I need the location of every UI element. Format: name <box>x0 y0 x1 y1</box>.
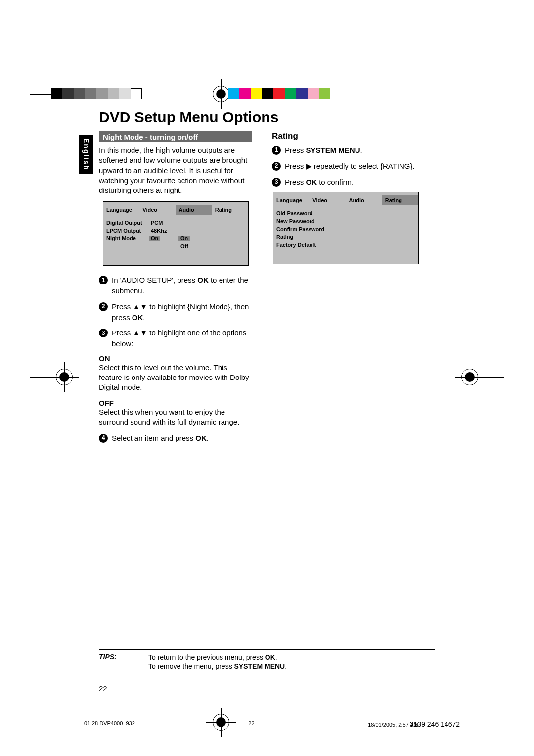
step-bold: OK <box>197 276 209 284</box>
menu-item-label: Digital Output <box>106 220 151 226</box>
right-steps: 1 Press SYSTEM MENU. 2 Press ▶ repeatedl… <box>272 145 430 187</box>
step-bold: OK <box>195 434 207 442</box>
step-text: to confirm. <box>317 178 354 186</box>
step-text: Select an item and press <box>112 434 195 442</box>
menu-item-label: LPCM Output <box>106 228 151 234</box>
step-item: 2 Press ▲▼ to highlight {Night Mode}, th… <box>99 301 252 323</box>
step-number-icon: 1 <box>272 146 281 155</box>
tips-text: To remove the menu, press <box>148 662 234 670</box>
step-text: In 'AUDIO SETUP', press <box>112 276 197 284</box>
page-number: 22 <box>99 684 107 693</box>
step-number-icon: 4 <box>99 434 108 443</box>
step-bold: OK <box>132 313 143 322</box>
menu-item-label: Night Mode <box>106 236 151 241</box>
menu-item-label: Confirm Password <box>276 226 324 232</box>
section-bar-night-mode: Night Mode - turning on/off <box>99 131 252 142</box>
rating-menu-screenshot: Language Video Audio Rating Old Password… <box>273 192 419 264</box>
left-steps: 1 In 'AUDIO SETUP', press OK to enter th… <box>99 275 252 349</box>
option-on-label: ON <box>99 354 252 363</box>
step-bold: OK <box>306 178 317 186</box>
step-item: 2 Press ▶ repeatedly to select {RATING}. <box>272 161 430 172</box>
menu-tab-highlighted: Audio <box>176 205 212 215</box>
step-bold: SYSTEM MENU <box>306 146 360 154</box>
tips-text: To return to the previous menu, press <box>148 653 265 661</box>
tips-label: TIPS: <box>99 653 148 672</box>
menu-item-value: PCM <box>151 220 180 226</box>
step-text: Press ▲▼ to highlight one of the options… <box>112 329 246 348</box>
menu-option-highlighted: On <box>178 236 190 241</box>
menu-tab: Language <box>273 195 310 205</box>
step-number-icon: 2 <box>99 302 108 311</box>
tips-bold: OK <box>265 653 275 661</box>
step-text: Press ▶ repeatedly to select {RATING}. <box>285 162 415 170</box>
menu-tab: Video <box>139 205 176 215</box>
menu-tab: Video <box>310 195 346 205</box>
step-number-icon: 3 <box>272 178 281 187</box>
menu-option: Off <box>180 243 210 249</box>
footer-file: 01-28 DVP4000_932 <box>84 720 135 728</box>
registration-mark-icon <box>461 369 478 385</box>
step-item: 4 Select an item and press OK. <box>99 433 252 444</box>
menu-tab-highlighted: Rating <box>382 195 418 205</box>
step-item: 1 Press SYSTEM MENU. <box>272 145 430 156</box>
step-number-icon: 2 <box>272 162 281 171</box>
step-text: . <box>207 434 209 442</box>
option-off-text: Select this when you want to enjoy the s… <box>99 407 252 427</box>
step-text: . <box>143 313 145 322</box>
footer-page: 22 <box>248 720 254 728</box>
step-item: 3 Press ▲▼ to highlight one of the optio… <box>99 328 252 349</box>
step-text: . <box>360 146 362 154</box>
menu-item-label: New Password <box>276 218 315 224</box>
menu-tab: Audio <box>346 195 382 205</box>
menu-item-value: 48Khz <box>151 228 180 234</box>
menu-tab: Language <box>103 205 139 215</box>
step-number-icon: 3 <box>99 329 108 337</box>
tips-bold: SYSTEM MENU <box>234 662 285 670</box>
footer-info: 01-28 DVP4000_932 22 18/01/2005, 2:57 AM… <box>84 720 460 728</box>
option-off-label: OFF <box>99 399 252 407</box>
rating-heading: Rating <box>272 131 430 141</box>
grayscale-colorbar <box>51 88 142 99</box>
step-text: Press <box>285 178 306 186</box>
menu-item-value-highlighted: On <box>149 236 160 241</box>
left-column: Night Mode - turning on/off In this mode… <box>99 131 252 449</box>
menu-tab: Rating <box>212 205 248 215</box>
registration-mark-icon <box>56 369 73 385</box>
footer-code: 3139 246 14672 <box>410 720 460 728</box>
color-colorbar <box>228 88 330 99</box>
audio-setup-menu-screenshot: Language Video Audio Rating Digital Outp… <box>103 201 249 266</box>
tips-text: . <box>285 662 287 670</box>
manual-page: English DVD Setup Menu Options Night Mod… <box>74 99 460 693</box>
crop-mark <box>480 377 504 378</box>
step-item: 3 Press OK to confirm. <box>272 177 430 188</box>
language-tab: English <box>79 135 93 174</box>
step-text: Press <box>285 146 306 154</box>
menu-item-label: Factory Default <box>276 242 316 248</box>
step-number-icon: 1 <box>99 276 108 284</box>
tips-box: TIPS: To return to the previous menu, pr… <box>99 649 435 675</box>
tips-text: . <box>275 653 277 661</box>
menu-item-label: Old Password <box>276 210 312 216</box>
option-on-text: Select this to level out the volume. Thi… <box>99 363 252 393</box>
menu-item-label: Rating <box>276 234 293 240</box>
right-column: Rating 1 Press SYSTEM MENU. 2 Press ▶ re… <box>272 131 430 273</box>
step-item: 1 In 'AUDIO SETUP', press OK to enter th… <box>99 275 252 296</box>
night-mode-intro: In this mode, the high volume outputs ar… <box>99 145 252 195</box>
page-title: DVD Setup Menu Options <box>99 109 278 126</box>
